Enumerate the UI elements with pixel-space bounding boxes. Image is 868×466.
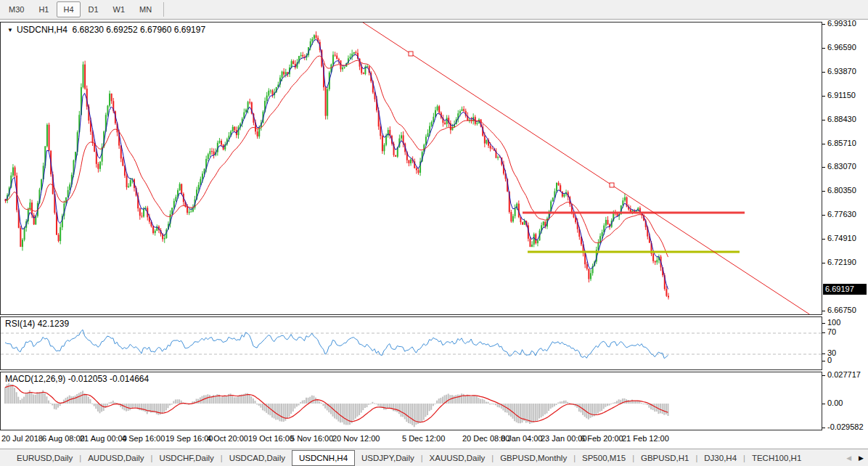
time-axis-label: 5 Nov 16:00 <box>290 434 333 443</box>
chart-symbol: USDCNH,H4 <box>17 25 67 35</box>
macd-main-value: -0.012053 <box>68 374 107 384</box>
axis-tick <box>822 332 825 333</box>
timeframe-button-h4[interactable]: H4 <box>57 1 80 17</box>
price-axis-label: 6.77630 <box>827 210 856 218</box>
price-axis-label: 6.96590 <box>827 43 856 52</box>
price-axis-label: 6.85710 <box>827 139 856 147</box>
axis-tick <box>822 311 825 311</box>
rsi-chart[interactable] <box>1 317 822 369</box>
price-axis-label: 6.83070 <box>827 162 856 171</box>
axis-tick <box>822 144 825 144</box>
macd-name: MACD(12,26,9) <box>5 374 65 384</box>
tab-usdchf-daily[interactable]: USDCHF,Daily <box>152 450 220 466</box>
price-chart-pane[interactable] <box>0 22 822 315</box>
rsi-name: RSI(14) <box>5 319 35 329</box>
price-axis-label: 6.88430 <box>827 115 856 123</box>
tab-gbpusd-h1[interactable]: GBPUSD,H1 <box>634 450 695 466</box>
rsi-indicator-pane[interactable] <box>0 316 822 370</box>
time-axis-label: 21 Aug 00:00 <box>80 434 127 443</box>
price-axis-label: 6.91150 <box>827 91 856 99</box>
rsi-value: 42.1239 <box>38 319 69 329</box>
axis-tick <box>822 428 825 428</box>
axis-tick <box>822 361 825 361</box>
tabs-scroll-left-button[interactable]: ◀ <box>846 454 851 462</box>
tab-eurusd-daily[interactable]: EURUSD,Daily <box>10 450 79 466</box>
macd-axis-label: 0.027717 <box>827 370 861 379</box>
tab-sp500-m15[interactable]: SP500,M15 <box>576 450 632 466</box>
candlestick-chart[interactable] <box>1 23 822 314</box>
time-axis-label: 21 Feb 12:00 <box>622 434 669 443</box>
price-axis-label: 6.74910 <box>827 234 856 242</box>
chart-symbol-ohlc-label: ▼USDCNH,H4 6.68230 6.69252 6.67960 6.691… <box>7 25 205 35</box>
time-axis-label: 20 Nov 12:00 <box>332 434 380 443</box>
axis-tick <box>822 48 825 49</box>
price-axis-label: 6.99310 <box>827 19 856 28</box>
trading-platform-window: M30H1H4D1W1MN ▼USDCNH,H4 6.68230 6.69252… <box>0 0 868 466</box>
rsi-label: RSI(14) 42.1239 <box>5 319 69 329</box>
timeframe-button-mn[interactable]: MN <box>133 1 158 17</box>
macd-axis-label: 0.00 <box>827 398 843 407</box>
macd-signal-value: -0.014664 <box>110 374 149 384</box>
price-axis-label: 6.93870 <box>827 67 856 75</box>
time-axis-label: 8 Jan 04:00 <box>501 434 543 443</box>
chart-dropdown-triangle-icon[interactable]: ▼ <box>7 27 13 33</box>
macd-axis-label: -0.029582 <box>827 422 864 431</box>
axis-tick <box>822 24 825 25</box>
axis-tick <box>822 167 825 168</box>
time-axis-label: 19 Sep 16:00 <box>165 434 213 443</box>
tab-usdcad-daily[interactable]: USDCAD,Daily <box>223 450 292 466</box>
tab-usdcnh-h4[interactable]: USDCNH,H4 <box>292 450 355 466</box>
timeframe-toolbar: M30H1H4D1W1MN <box>0 0 868 20</box>
current-price-badge: 6.69197 <box>823 284 867 295</box>
tabs-scroll-right-button[interactable]: ▶ <box>859 454 864 462</box>
axis-tick <box>822 120 825 120</box>
timeframe-button-m30[interactable]: M30 <box>2 1 30 17</box>
rsi-axis-label: 100 <box>827 318 840 327</box>
time-axis-label: 4 Sep 16:00 <box>122 434 165 443</box>
time-axis-label: 19 Oct 16:00 <box>248 434 294 443</box>
tab-xauusd-daily[interactable]: XAUUSD,Daily <box>423 450 492 466</box>
toolbar-separator <box>163 2 164 17</box>
axis-tick <box>822 323 825 324</box>
tab-dj30-h4[interactable]: DJ30,H4 <box>697 450 743 466</box>
macd-label: MACD(12,26,9) -0.012053 -0.014664 <box>5 374 149 384</box>
tab-scroll-arrows: ◀ ▶ <box>846 454 864 462</box>
axis-tick <box>822 96 825 97</box>
rsi-axis-label: 70 <box>827 327 836 336</box>
time-axis-label: 5 Dec 12:00 <box>402 434 445 443</box>
axis-tick <box>822 191 825 192</box>
chart-tab-bar: EURUSD,Daily|AUDUSD,Daily|USDCHF,Daily|U… <box>0 449 868 466</box>
price-axis-label: 6.72190 <box>827 258 856 266</box>
time-axis-label: 6 Aug 08:00 <box>42 434 85 443</box>
axis-tick <box>822 215 825 216</box>
time-axis-label: 20 Jul 2018 <box>1 434 43 443</box>
axis-tick <box>822 375 825 376</box>
tab-usdjpy-daily[interactable]: USDJPY,Daily <box>355 450 421 466</box>
axis-tick <box>822 239 825 240</box>
price-axis-label: 6.66750 <box>827 306 856 314</box>
timeframe-button-w1[interactable]: W1 <box>107 1 132 17</box>
tab-audusd-daily[interactable]: AUDUSD,Daily <box>81 450 150 466</box>
timeframe-button-h1[interactable]: H1 <box>32 1 55 17</box>
time-axis-label: 4 Oct 20:00 <box>207 434 248 443</box>
timeframe-button-d1[interactable]: D1 <box>82 1 105 17</box>
axis-tick <box>822 72 825 73</box>
axis-tick <box>822 404 825 404</box>
price-axis-label: 6.80350 <box>827 186 856 195</box>
rsi-axis-label: 0 <box>827 356 832 364</box>
axis-tick <box>822 353 825 354</box>
axis-tick <box>822 263 825 263</box>
tab-gbpusd-monthly[interactable]: GBPUSD,Monthly <box>494 450 573 466</box>
time-axis-label: 6 Feb 20:00 <box>581 434 623 443</box>
tab-tech100-h1[interactable]: TECH100,H1 <box>745 450 808 466</box>
chart-ohlc-values: 6.68230 6.69252 6.67960 6.69197 <box>73 25 206 35</box>
